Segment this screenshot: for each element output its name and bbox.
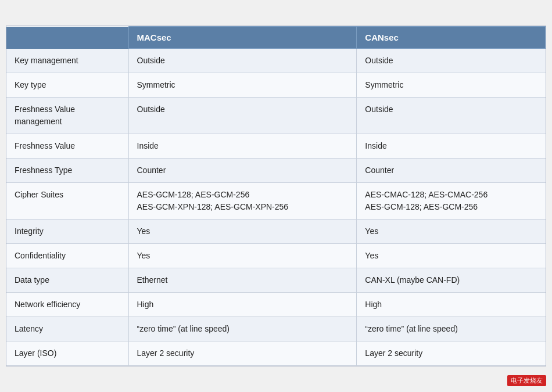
cell-feature: Latency (6, 317, 128, 341)
watermark: 电子发烧友 (507, 375, 546, 386)
cell-cansec: Symmetric (357, 73, 546, 98)
table-row: Data typeEthernetCAN-XL (maybe CAN-FD) (6, 268, 546, 293)
table-row: Latency“zero time” (at line speed)“zero … (6, 317, 546, 341)
cell-macsec: Yes (128, 244, 357, 268)
cell-cansec: AES-CMAC-128; AES-CMAC-256AES-GCM-128; A… (357, 183, 546, 220)
comparison-table-wrapper: MACsec CANsec Key managementOutsideOutsi… (6, 26, 546, 366)
cell-cansec: Outside (357, 98, 546, 134)
cell-cansec: Outside (357, 49, 546, 73)
table-row: Freshness ValueInsideInside (6, 134, 546, 159)
cell-macsec: Inside (128, 134, 357, 159)
cell-feature: Freshness Value management (6, 98, 128, 134)
table-header-row: MACsec CANsec (6, 27, 546, 49)
table-row: Freshness Value managementOutsideOutside (6, 98, 546, 134)
table-body: Key managementOutsideOutsideKey typeSymm… (6, 49, 546, 366)
cell-cansec: Inside (357, 134, 546, 159)
header-macsec: MACsec (128, 27, 357, 49)
cell-macsec: Ethernet (128, 268, 357, 293)
cell-feature: Integrity (6, 220, 128, 244)
cell-cansec: High (357, 293, 546, 317)
cell-feature: Key type (6, 73, 128, 98)
cell-feature: Freshness Type (6, 159, 128, 183)
cell-macsec: Layer 2 security (128, 341, 357, 366)
cell-feature: Confidentiality (6, 244, 128, 268)
cell-macsec: AES-GCM-128; AES-GCM-256AES-GCM-XPN-128;… (128, 183, 357, 220)
cell-macsec: Yes (128, 220, 357, 244)
cell-cansec: Yes (357, 220, 546, 244)
cell-cansec: Counter (357, 159, 546, 183)
cell-feature: Cipher Suites (6, 183, 128, 220)
cell-cansec: “zero time” (at line speed) (357, 317, 546, 341)
cell-macsec: “zero time” (at line speed) (128, 317, 357, 341)
table-row: Key managementOutsideOutside (6, 49, 546, 73)
cell-macsec: High (128, 293, 357, 317)
cell-feature: Freshness Value (6, 134, 128, 159)
table-row: Layer (ISO)Layer 2 securityLayer 2 secur… (6, 341, 546, 366)
cell-feature: Network efficiency (6, 293, 128, 317)
cell-cansec: CAN-XL (maybe CAN-FD) (357, 268, 546, 293)
cell-macsec: Counter (128, 159, 357, 183)
table-row: Cipher SuitesAES-GCM-128; AES-GCM-256AES… (6, 183, 546, 220)
header-cansec: CANsec (357, 27, 546, 49)
table-row: IntegrityYesYes (6, 220, 546, 244)
cell-macsec: Outside (128, 98, 357, 134)
cell-feature: Key management (6, 49, 128, 73)
table-row: Network efficiencyHighHigh (6, 293, 546, 317)
header-feature (6, 27, 128, 49)
table-row: Key typeSymmetricSymmetric (6, 73, 546, 98)
cell-macsec: Outside (128, 49, 357, 73)
table-row: ConfidentialityYesYes (6, 244, 546, 268)
table-row: Freshness TypeCounterCounter (6, 159, 546, 183)
comparison-table: MACsec CANsec Key managementOutsideOutsi… (6, 26, 546, 366)
cell-feature: Layer (ISO) (6, 341, 128, 366)
cell-macsec: Symmetric (128, 73, 357, 98)
cell-cansec: Layer 2 security (357, 341, 546, 366)
cell-cansec: Yes (357, 244, 546, 268)
cell-feature: Data type (6, 268, 128, 293)
